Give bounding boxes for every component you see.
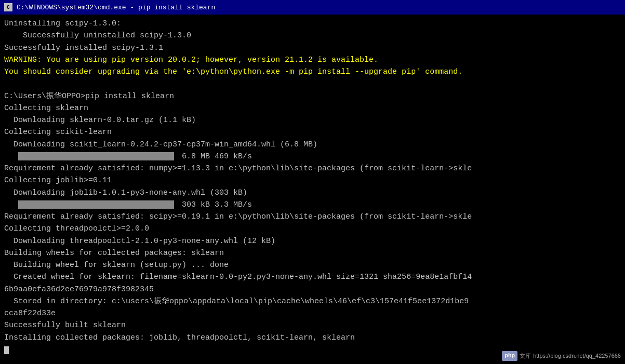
title-bar-icon: C	[4, 3, 12, 11]
terminal-line-20: Building wheels for collected packages: …	[4, 247, 621, 259]
progress-label-1: 6.8 MB 469 kB/s	[177, 151, 252, 163]
terminal-line-9: Downloading sklearn-0.0.tar.gz (1.1 kB)	[4, 114, 621, 126]
terminal-line-4: WARNING: You are using pip version 20.0.…	[4, 54, 621, 66]
terminal-line-11: Downloading scikit_learn-0.24.2-cp37-cp3…	[4, 139, 621, 151]
terminal-line-25: cca8f22d33e	[4, 307, 621, 319]
terminal-line-17: Requirement already satisfied: scipy>=0.…	[4, 211, 621, 223]
progress-label-2: 303 kB 3.3 MB/s	[177, 199, 252, 211]
terminal-line-6	[4, 78, 621, 90]
terminal-line-27: Installing collected packages: joblib, t…	[4, 332, 621, 344]
terminal-line-21: Building wheel for sklearn (setup.py) ..…	[4, 259, 621, 271]
progress-bar-2-line: 303 kB 3.3 MB/s	[4, 199, 621, 211]
progress-bar-1	[18, 152, 174, 160]
terminal-line-5: You should consider upgrading via the 'e…	[4, 66, 621, 78]
progress-bar-1-line: 6.8 MB 469 kB/s	[4, 151, 621, 163]
terminal-line-24: Stored in directory: c:\users\振华oppo\app…	[4, 295, 621, 307]
cursor	[4, 346, 9, 354]
terminal-line-10: Collecting scikit-learn	[4, 126, 621, 138]
terminal-line-8: Collecting sklearn	[4, 102, 621, 114]
watermark: php 文库 https://blog.csdn.net/qq_42257666	[502, 351, 621, 361]
terminal-line-14: Collecting joblib>=0.11	[4, 174, 621, 186]
terminal-line-2: Successfully uninstalled scipy-1.3.0	[4, 30, 621, 42]
terminal: Uninstalling scipy-1.3.0: Successfully u…	[0, 15, 625, 364]
terminal-line-26: Successfully built sklearn	[4, 319, 621, 331]
terminal-line-19: Downloading threadpoolctl-2.1.0-py3-none…	[4, 235, 621, 247]
php-badge: php	[502, 351, 517, 361]
terminal-line-1: Uninstalling scipy-1.3.0:	[4, 18, 621, 30]
terminal-line-22: Created wheel for sklearn: filename=skle…	[4, 271, 621, 283]
title-bar: C C:\WINDOWS\system32\cmd.exe - pip inst…	[0, 0, 625, 15]
progress-bar-2	[18, 200, 174, 209]
title-bar-title: C:\WINDOWS\system32\cmd.exe - pip instal…	[17, 4, 215, 11]
terminal-line-18: Collecting threadpoolctl>=2.0.0	[4, 223, 621, 235]
terminal-line-7: C:\Users\振华OPPO>pip install sklearn	[4, 90, 621, 102]
watermark-url: https://blog.csdn.net/qq_42257666	[533, 352, 621, 360]
csdn-text: 文库	[520, 352, 531, 360]
terminal-line-23: 6b9aa0efa36d2ee76979a978f3982345	[4, 284, 621, 295]
terminal-line-3: Successfully installed scipy-1.3.1	[4, 42, 621, 54]
terminal-line-15: Downloading joblib-1.0.1-py3-none-any.wh…	[4, 187, 621, 199]
terminal-line-13: Requirement already satisfied: numpy>=1.…	[4, 163, 621, 174]
